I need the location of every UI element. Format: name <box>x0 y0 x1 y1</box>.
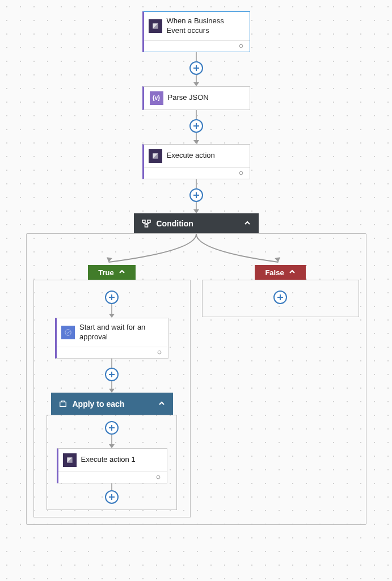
apply-to-each-title: Apply to each <box>73 399 125 409</box>
approval-card[interactable]: Start and wait for an approval <box>55 318 168 359</box>
connector <box>0 110 392 144</box>
link-icon <box>155 347 163 357</box>
add-step-button[interactable] <box>273 290 287 304</box>
connector <box>0 52 392 86</box>
svg-rect-7 <box>147 220 150 222</box>
loop-icon <box>59 400 67 408</box>
execute-action-1-card[interactable]: Execute action 1 <box>57 448 167 483</box>
connector <box>0 179 392 213</box>
connector <box>52 483 172 504</box>
svg-rect-8 <box>145 225 147 227</box>
chevron-up-icon <box>119 268 125 277</box>
true-label: True <box>98 268 113 277</box>
false-branch-box <box>202 280 359 317</box>
add-step-button[interactable] <box>105 490 119 504</box>
approval-title: Start and wait for an approval <box>79 323 162 342</box>
apply-to-each-header[interactable]: Apply to each <box>51 393 173 415</box>
svg-rect-6 <box>142 220 145 222</box>
link-icon <box>237 41 245 51</box>
apply-to-each-body: Execute action 1 <box>47 415 177 510</box>
chevron-up-icon <box>289 268 296 277</box>
true-pill[interactable]: True <box>88 265 135 280</box>
true-branch: True Start and wait for an approval <box>33 234 191 517</box>
connector <box>40 290 184 318</box>
dynamics-icon <box>149 19 162 33</box>
false-pill[interactable]: False <box>255 265 305 280</box>
add-step-button[interactable] <box>189 61 203 75</box>
approval-icon <box>61 326 75 339</box>
add-step-button[interactable] <box>189 119 203 133</box>
trigger-card[interactable]: When a Business Event occurs <box>142 11 250 52</box>
add-step-button[interactable] <box>105 290 119 304</box>
flow-canvas: When a Business Event occurs {v} Parse J… <box>0 0 392 581</box>
false-branch: False <box>202 234 359 517</box>
condition-header[interactable]: Condition <box>134 213 259 234</box>
add-step-button[interactable] <box>189 188 203 202</box>
condition-branches: True Start and wait for an approval <box>26 233 366 525</box>
link-icon <box>237 168 245 178</box>
execute-action-card[interactable]: Execute action <box>142 144 250 179</box>
add-step-button[interactable] <box>105 368 119 381</box>
execute-action-1-title: Execute action 1 <box>81 455 136 465</box>
condition-icon <box>142 219 151 228</box>
chevron-up-icon <box>158 399 165 409</box>
svg-rect-16 <box>60 402 66 406</box>
connector <box>52 421 172 448</box>
svg-point-13 <box>65 329 71 335</box>
dynamics-icon <box>63 453 77 467</box>
chevron-up-icon <box>244 219 251 228</box>
json-icon: {v} <box>150 91 163 105</box>
link-icon <box>154 472 162 482</box>
parse-json-title: Parse JSON <box>168 93 209 103</box>
trigger-title: When a Business Event occurs <box>167 16 244 36</box>
false-label: False <box>265 268 284 277</box>
add-step-button[interactable] <box>105 421 119 435</box>
connector <box>40 359 184 393</box>
parse-json-card[interactable]: {v} Parse JSON <box>142 86 250 110</box>
true-branch-box: Start and wait for an approval <box>33 280 191 517</box>
condition-title: Condition <box>157 219 193 228</box>
dynamics-icon <box>149 149 162 163</box>
execute-action-title: Execute action <box>167 151 215 161</box>
